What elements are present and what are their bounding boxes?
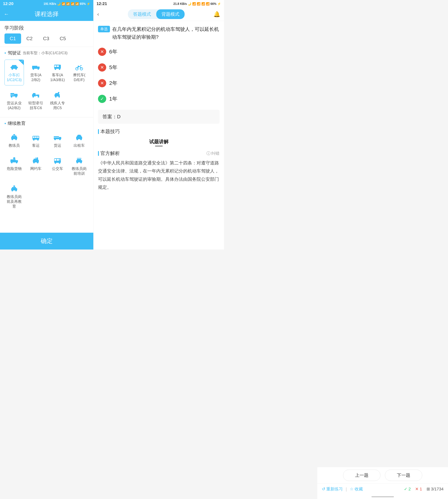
option-2years[interactable]: ✕ 2年 [98,77,220,89]
edu-grid: 教练员 客运 [4,130,89,212]
svg-point-20 [11,96,12,98]
vehicle-moto[interactable]: 摩托车(D/E/F) [69,60,89,86]
edu-trainer[interactable]: 教练员 [4,130,24,151]
right-status-bar: 12:21 21.8 KB/s 🌙 📶 📶 📶 📶 66% ⚡ [94,0,224,7]
vehicle-bus[interactable]: 客车(A1/A3/B1) [48,60,67,86]
option-icon-wrong-2: ✕ [98,63,106,71]
svg-rect-42 [37,137,39,138]
technique-title: 本题技巧 [98,128,220,135]
vehicle-moto-label: 摩托车(D/E/F) [73,72,85,82]
svg-point-17 [78,66,79,68]
moto-icon [75,63,83,71]
vehicle-grid-license: 小车(C1/C2/C3) 货车(A2/B2) [4,60,89,113]
edu-trainer-post2-label: 教练员岗前及再教育 [6,194,22,209]
right-top-nav: ‹ 答题模式 背题模式 🔔 [94,7,224,21]
svg-point-70 [55,162,56,164]
bell-icon[interactable]: 🔔 [213,11,220,17]
edu-trainer-post[interactable]: 教练员岗前培训 [69,153,89,179]
svg-point-44 [37,139,39,140]
svg-rect-69 [57,159,59,161]
edu-danger[interactable]: ! 危险货物 [4,153,24,179]
svg-point-66 [35,157,37,159]
edu-rideshare-label: 网约车 [30,166,41,171]
license-section: 驾驶证 当前车型：小车(C1/C2/C3) [0,50,93,113]
edu-freight-label: 货运 [54,143,61,148]
vehicle-disabled[interactable]: 残疾人专用C5 [48,88,67,113]
option-text-2: 5年 [109,64,117,71]
svg-rect-4 [10,67,11,68]
svg-rect-68 [54,159,56,161]
light-tow-icon [32,91,40,99]
vehicle-car[interactable]: 小车(C1/C2/C3) [4,60,24,86]
svg-point-3 [15,68,17,70]
svg-point-53 [80,139,82,140]
back-button-right[interactable]: ‹ [97,11,99,17]
passenger-icon [32,133,40,141]
tab-c5[interactable]: C5 [54,34,71,44]
report-button[interactable]: ⓘ 纠错 [207,151,220,156]
left-status-time: 12:20 [3,1,14,6]
edu-trainer-post2[interactable]: 教练员岗前及再教育 [4,181,24,212]
question-type-badge: 单选 [98,26,110,32]
svg-point-31 [55,96,57,98]
tab-c2[interactable]: C2 [21,34,38,44]
svg-point-57 [11,162,13,163]
option-1year[interactable]: ✓ 1年 [98,92,220,105]
right-content: 单选 在几年内无累积记分的机动车驾驶人，可以延长机动车驾驶证的审验期? ✕ 6年… [94,21,224,249]
answer-options: ✕ 6年 ✕ 5年 ✕ 2年 ✓ 1年 [98,45,220,105]
selected-check [18,60,24,65]
left-title: 课程选择 [35,10,59,18]
svg-rect-1 [12,65,16,67]
question-text: 在几年内无累积记分的机动车驾驶人，可以延长机动车驾驶证的审验期? [112,25,220,41]
mode-review-btn[interactable]: 背题模式 [156,9,185,19]
vehicle-light-tow[interactable]: 轻型牵引挂车C6 [26,88,46,113]
back-button-left[interactable]: ← [4,11,9,17]
svg-rect-25 [36,95,39,96]
explanation-section: 试题讲解 [98,138,220,146]
option-6years[interactable]: ✕ 6年 [98,45,220,58]
vehicle-truck[interactable]: 货车(A2/B2) [26,60,46,86]
study-tabs: C1 C2 C3 C5 [0,34,93,44]
edu-section: 继续教育 [0,120,93,212]
vehicle-light-tow-label: 轻型牵引挂车C6 [28,101,43,110]
edu-taxi[interactable]: 出租车 [69,130,89,151]
svg-point-43 [33,139,34,140]
edu-public-bus[interactable]: 公交车 [48,153,67,179]
edu-rideshare[interactable]: 网约车 [26,153,46,179]
edu-passenger[interactable]: 客运 [26,130,46,151]
svg-point-27 [32,96,34,98]
answer-label: 答案：D [102,114,121,120]
trainer-post-icon [75,156,83,165]
vehicle-truck-label: 货车(A2/B2) [30,72,41,82]
svg-point-47 [54,139,56,140]
svg-rect-11 [54,65,56,67]
svg-point-76 [80,162,82,163]
option-icon-correct-4: ✓ [98,95,106,103]
tab-c3[interactable]: C3 [38,34,54,44]
right-status-right: 21.8 KB/s 🌙 📶 📶 📶 📶 66% ⚡ [173,2,221,6]
svg-rect-79 [12,187,16,189]
explanation-title: 试题讲解 [98,138,220,145]
svg-point-13 [55,69,56,70]
vehicle-cargo[interactable]: 货运从业(A2/B2) [4,88,24,113]
left-panel: 12:20 191 KB/s 🌙 📶 📶 📶 📶 65% ⚡ ← 课程选择 学习… [0,0,93,249]
edu-taxi-label: 出租车 [74,143,85,148]
edu-public-bus-label: 公交车 [52,166,63,171]
edu-freight[interactable]: 货运 [48,130,67,151]
mode-answer-btn[interactable]: 答题模式 [128,9,156,19]
study-section-title: 学习阶段 [0,21,93,34]
tab-c1[interactable]: C1 [4,34,21,44]
svg-point-28 [38,96,39,98]
svg-point-64 [37,162,38,163]
svg-rect-62 [33,159,38,160]
confirm-button[interactable]: 确定 [0,233,93,249]
edu-trainer-post-label: 教练员岗前培训 [72,166,87,176]
svg-point-80 [12,190,13,191]
svg-rect-12 [57,65,59,67]
license-section-title: 驾驶证 当前车型：小车(C1/C2/C3) [4,50,89,56]
truck-icon [32,63,40,71]
vehicle-disabled-label: 残疾人专用C5 [50,101,65,110]
option-5years[interactable]: ✕ 5年 [98,61,220,74]
right-panel: 12:21 21.8 KB/s 🌙 📶 📶 📶 📶 66% ⚡ ‹ 答题模式 背… [93,0,224,249]
svg-point-14 [59,69,60,70]
